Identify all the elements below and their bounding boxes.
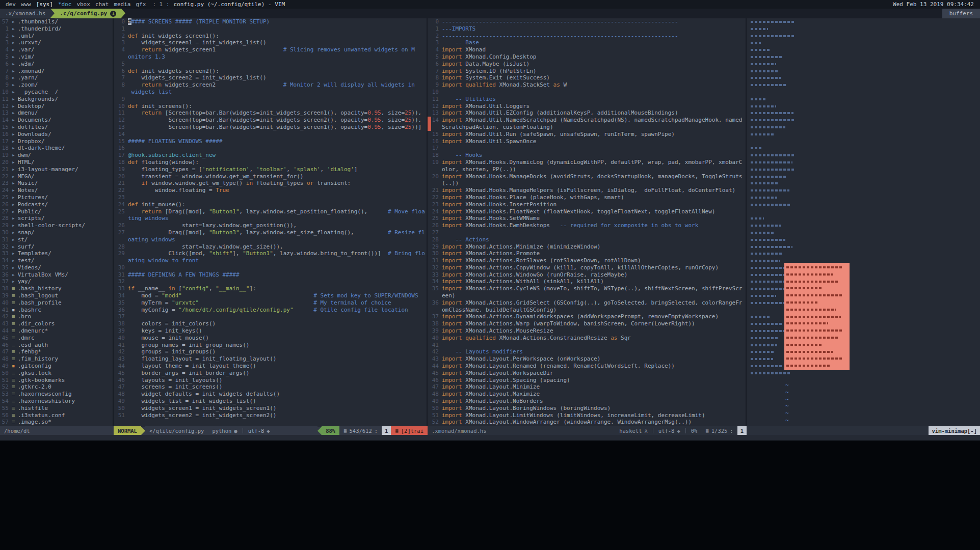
code-line-config[interactable]: 51 widgets_screen2 = init_widgets_screen… [114,412,427,419]
code-line-xmonad[interactable]: 36import XMonad.Actions.GridSelect (GSCo… [428,299,746,307]
workspace-tag-vbox[interactable]: vbox [74,1,93,8]
code-line-xmonad[interactable]: (..)) [428,180,746,187]
explorer-dir-item[interactable]: 5▸.vim/ [0,53,113,61]
code-line-xmonad[interactable]: 29import XMonad.Actions.Minimize (minimi… [428,243,746,251]
code-line-xmonad[interactable]: 1---IMPORTS [428,25,746,33]
code-line-config[interactable]: 17@hook.subscribe.client_new [114,152,427,159]
code-line-xmonad[interactable]: 51import XMonad.Layout.LimitWindows (lim… [428,412,746,419]
code-line-xmonad[interactable]: 5import XMonad.Config.Desktop [428,53,746,61]
explorer-dir-item[interactable]: 8▸.yarn/ [0,74,113,81]
explorer-dir-item[interactable]: 21▸i3-layout-manager/ [0,166,113,173]
code-line-xmonad[interactable]: 47import XMonad.Layout.Minimize [428,383,746,391]
explorer-dir-item[interactable]: 17▸Dropbox/ [0,138,113,145]
code-line-config[interactable]: 16 [114,145,427,152]
code-line-xmonad[interactable]: 32import XMonad.Actions.CopyWindow (kill… [428,264,746,271]
code-line-config[interactable]: 25 return [Drag([mod], "Button1", lazy.w… [114,208,427,215]
workspace-tag-chat[interactable]: chat [93,1,112,8]
code-line-config[interactable]: 48 widget_defaults = init_widgets_defaul… [114,391,427,398]
code-line-config[interactable]: 34 mod = "mod4" # Sets mod key to SUPER/… [114,292,427,299]
code-line-xmonad[interactable]: 37import XMonad.Actions.DynamicWorkspace… [428,313,746,320]
code-line-config[interactable]: 33if __name__ in ["config", "__main__"]: [114,285,427,292]
code-line-config[interactable]: 7 widgets_screen2 = init_widgets_list() [114,74,427,81]
explorer-file-item[interactable]: 48≡.fim_history [0,355,113,363]
code-line-config[interactable]: 6def init_widgets_screen2(): [114,68,427,75]
code-line-xmonad[interactable]: 16import XMonad.Util.SpawnOnce [428,138,746,145]
explorer-file-item[interactable]: 45≡.dmrc [0,335,113,342]
code-line-config[interactable]: 10def init_screens(): [114,103,427,110]
workspace-tag-doc[interactable]: *doc [56,1,74,8]
code-line-config[interactable]: 43 floating_layout = init_floating_layou… [114,355,427,363]
code-line-xmonad[interactable]: 45import XMonad.Layout.WorkspaceDir [428,370,746,377]
explorer-file-item[interactable]: 43≡.dir_colors [0,320,113,327]
explorer-dir-item[interactable]: 10▸__pycache__/ [0,89,113,96]
code-line-config[interactable]: 12 Screen(top=bar.Bar(widgets=init_widge… [114,117,427,124]
code-line-xmonad[interactable]: 40import qualified XMonad.Actions.Constr… [428,335,746,342]
code-line-xmonad[interactable]: 33import XMonad.Actions.WindowGo (runOrR… [428,271,746,279]
code-line-xmonad[interactable]: 41 [428,342,746,349]
explorer-dir-item[interactable]: 12▸Desktop/ [0,103,113,110]
explorer-dir-item[interactable]: 7▸.xmonad/ [0,68,113,75]
explorer-dir-item[interactable]: 25▸Pictures/ [0,194,113,201]
code-line-xmonad[interactable]: 48import XMonad.Layout.Maximize [428,391,746,398]
explorer-file-item[interactable]: 55≡.histfile [0,405,113,412]
explorer-file-item[interactable]: 39≡.bash_logout [0,292,113,299]
explorer-dir-item[interactable]: 3▸.urxvt/ [0,39,113,46]
code-line-xmonad[interactable]: 44import XMonad.Layout.Renamed (renamed,… [428,363,746,370]
explorer-dir-item[interactable]: 20▸HTML/ [0,159,113,166]
explorer-dir-item[interactable]: 15▸dotfiles/ [0,124,113,131]
code-line-xmonad[interactable]: 23import XMonad.Hooks.InsertPosition [428,201,746,208]
code-line-config[interactable]: 40 mouse = init_mouse() [114,335,427,342]
code-line-config[interactable]: 24def init_mouse(): [114,201,427,208]
code-line-config[interactable]: 32 [114,278,427,285]
minimap-viewport[interactable] [784,263,850,370]
workspace-tag-dev[interactable]: dev [3,1,18,8]
explorer-file-item[interactable]: 40≡.bash_profile [0,299,113,307]
code-line-xmonad[interactable]: 9import qualified XMonad.StackSet as W [428,81,746,89]
code-line-xmonad[interactable]: 7import System.IO (hPutStrLn) [428,68,746,75]
code-line-xmonad[interactable]: 34import XMonad.Actions.WithAll (sinkAll… [428,278,746,285]
code-line-xmonad[interactable]: 13import XMonad.Util.EZConfig (additiona… [428,109,746,117]
workspace-tag-www[interactable]: www [18,1,34,8]
code-line-config[interactable]: 46 layouts = init_layouts() [114,377,427,384]
explorer-dir-item[interactable]: 1▸.thunderbird/ [0,25,113,33]
workspace-tag-gfx[interactable]: gfx [134,1,149,8]
code-line-xmonad[interactable]: 8import System.Exit (exitSuccess) [428,74,746,81]
code-line-config[interactable]: 28 start=lazy.window.get_size()), [114,243,427,251]
code-line-config[interactable]: 1 [114,25,427,33]
code-line-config[interactable]: 23 [114,194,427,201]
code-line-xmonad[interactable]: 46import XMonad.Layout.Spacing (spacing) [428,377,746,384]
code-line-config[interactable]: 42 groups = init_groups() [114,348,427,355]
code-line-config[interactable]: 31##### DEFINING A FEW THINGS ##### [114,271,427,279]
code-line-xmonad[interactable]: 22import XMonad.Hooks.Place (placeHook, … [428,194,746,201]
code-line-xmonad[interactable]: ScratchpadAction, customFloating) [428,124,746,131]
explorer-file-item[interactable]: 49▪.gitconfig [0,363,113,370]
code-line-xmonad[interactable]: 2---------------------------------------… [428,33,746,40]
explorer-dir-item[interactable]: 33▸Templates/ [0,250,113,257]
code-line-xmonad[interactable]: 30import XMonad.Actions.Promote [428,250,746,257]
explorer-dir-item[interactable]: 36▸VirtualBox VMs/ [0,271,113,279]
code-line-config[interactable]: 36 myConfig = "/home/dt/.config/qtile/co… [114,307,427,314]
code-line-xmonad[interactable]: 49import XMonad.Layout.NoBorders [428,398,746,405]
code-line-config[interactable]: 50 widgets_screen1 = init_widgets_screen… [114,405,427,412]
code-line-config[interactable]: 9 [114,96,427,103]
code-line-config[interactable]: 41 group_names = init_group_names() [114,342,427,349]
code-line-xmonad[interactable]: 4import XMonad [428,46,746,53]
code-line-config[interactable]: 8 return widgets_screen2 # Monitor 2 wil… [114,81,427,89]
code-line-config[interactable]: 5 [114,61,427,68]
explorer-file-item[interactable]: 52≡.gtkrc-2.0 [0,383,113,391]
code-line-xmonad[interactable]: 12import XMonad.Util.Loggers [428,103,746,110]
code-line-config[interactable]: widgets_list [114,89,427,96]
explorer-file-item[interactable]: 53≡.haxornewsconfig [0,391,113,398]
explorer-dir-item[interactable]: 13▸dmenu/ [0,109,113,117]
code-line-config[interactable]: 45 border_args = init_border_args() [114,370,427,377]
explorer-dir-item[interactable]: 16▸Downloads/ [0,131,113,138]
explorer-file-item[interactable]: 41▪.bashrc [0,307,113,314]
workspace-tag-media[interactable]: media [111,1,133,8]
code-line-xmonad[interactable]: omClassName, buildDefaultGSConfig) [428,307,746,314]
code-line-xmonad[interactable]: 0---------------------------------------… [428,18,746,25]
explorer-file-item[interactable]: 54≡.haxornewshistory [0,398,113,405]
code-line-config[interactable]: 49 widgets_list = init_widgets_list() [114,398,427,405]
code-line-xmonad[interactable]: 15import XMonad.Util.Run (safeSpawn, uns… [428,131,746,138]
code-line-xmonad[interactable]: 14import XMonad.Util.NamedScratchpad (Na… [428,117,746,124]
explorer-file-item[interactable]: 44≡.dmenurc* [0,327,113,335]
